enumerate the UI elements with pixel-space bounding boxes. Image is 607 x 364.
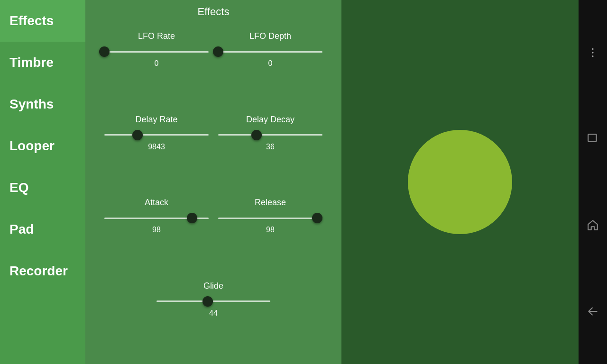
delay-decay-label: Delay Decay [218, 115, 322, 125]
nav-bar [579, 0, 607, 364]
release-thumb[interactable] [312, 213, 322, 223]
lfo-rate-value: 0 [155, 59, 159, 68]
glide-track [156, 300, 270, 302]
attack-thumb[interactable] [187, 213, 197, 223]
delay-decay-value: 36 [266, 143, 275, 151]
glide-value: 44 [209, 309, 218, 318]
delay-decay-slider[interactable] [218, 130, 322, 140]
release-slider[interactable] [218, 213, 322, 223]
delay-rate-value: 9843 [148, 143, 165, 151]
page-title: Effects [85, 0, 341, 22]
sidebar-item-pad[interactable]: Pad [0, 209, 85, 250]
release-group: Release 98 [218, 193, 322, 276]
back-icon[interactable] [587, 305, 599, 318]
release-label: Release [218, 198, 322, 208]
sidebar-item-timbre[interactable]: Timbre [0, 42, 85, 83]
attack-track [104, 218, 209, 219]
home-icon[interactable] [587, 219, 599, 231]
pad-area[interactable] [341, 0, 579, 364]
sidebar-label-synths: Synths [9, 97, 54, 111]
lfo-depth-group: LFO Depth 0 [218, 27, 322, 110]
delay-decay-track [218, 134, 322, 136]
delay-rate-label: Delay Rate [104, 115, 209, 125]
main-panel: Effects LFO Rate 0 LFO Depth 0 Delay [85, 0, 341, 364]
lfo-depth-label: LFO Depth [218, 31, 322, 41]
attack-group: Attack 98 [104, 193, 209, 276]
sidebar: Effects Timbre Synths Looper EQ Pad Reco… [0, 0, 85, 364]
more-options-icon[interactable] [587, 46, 599, 59]
attack-value: 98 [152, 226, 161, 234]
svg-rect-3 [588, 134, 596, 141]
sidebar-item-looper[interactable]: Looper [0, 125, 85, 167]
lfo-rate-slider[interactable] [104, 47, 209, 56]
sidebar-label-timbre: Timbre [9, 55, 54, 70]
delay-rate-group: Delay Rate 9843 [104, 110, 209, 193]
glide-thumb[interactable] [202, 296, 213, 307]
controls-grid: LFO Rate 0 LFO Depth 0 Delay Rate [85, 22, 341, 364]
sidebar-item-synths[interactable]: Synths [0, 83, 85, 125]
lfo-rate-thumb[interactable] [99, 46, 110, 57]
svg-point-1 [592, 52, 593, 53]
delay-decay-thumb[interactable] [251, 130, 262, 140]
sidebar-item-eq[interactable]: EQ [0, 167, 85, 209]
recent-apps-icon[interactable] [587, 133, 599, 145]
lfo-depth-track [218, 51, 322, 53]
lfo-depth-value: 0 [268, 59, 273, 68]
sidebar-label-recorder: Recorder [9, 264, 68, 278]
delay-rate-slider[interactable] [104, 130, 209, 140]
sidebar-item-recorder[interactable]: Recorder [0, 250, 85, 292]
delay-decay-group: Delay Decay 36 [218, 110, 322, 193]
sidebar-label-looper: Looper [9, 138, 55, 153]
sidebar-item-effects[interactable]: Effects [0, 0, 85, 42]
sidebar-label-effects: Effects [9, 13, 54, 28]
release-value: 98 [266, 226, 275, 234]
glide-group: Glide 44 [104, 276, 322, 360]
release-track [218, 218, 322, 219]
delay-rate-thumb[interactable] [132, 130, 143, 140]
lfo-rate-track [104, 51, 209, 53]
delay-rate-track [104, 134, 209, 136]
svg-point-2 [592, 55, 593, 57]
lfo-rate-group: LFO Rate 0 [104, 27, 209, 110]
lfo-depth-thumb[interactable] [213, 46, 223, 57]
sidebar-label-eq: EQ [9, 180, 28, 195]
lfo-depth-slider[interactable] [218, 47, 322, 56]
circle-pad[interactable] [408, 130, 512, 234]
lfo-rate-label: LFO Rate [104, 31, 209, 41]
attack-label: Attack [104, 198, 209, 208]
attack-slider[interactable] [104, 213, 209, 223]
glide-slider[interactable] [156, 297, 270, 306]
sidebar-label-pad: Pad [9, 222, 34, 237]
svg-point-0 [592, 48, 593, 50]
glide-label: Glide [104, 281, 322, 291]
